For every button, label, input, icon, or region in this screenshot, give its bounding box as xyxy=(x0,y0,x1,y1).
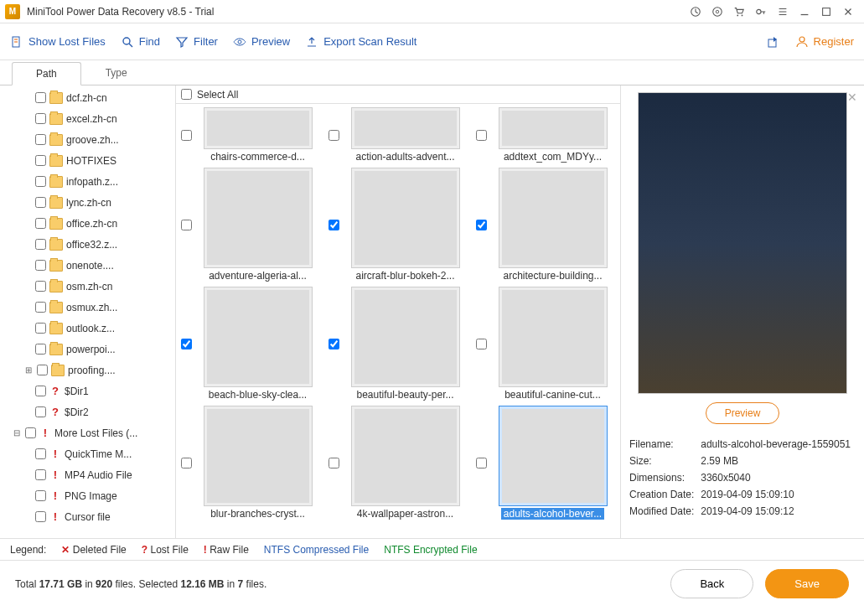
thumbnail-cell[interactable]: addtext_com_MDYy... xyxy=(476,107,615,163)
thumbnail-checkbox[interactable] xyxy=(476,339,487,349)
tree-checkbox[interactable] xyxy=(35,448,46,459)
tree-folder-item[interactable]: osm.zh-cn xyxy=(5,276,175,297)
thumbnail-image[interactable] xyxy=(499,406,608,506)
preview-button[interactable]: Preview xyxy=(233,35,290,49)
tree-checkbox[interactable] xyxy=(35,386,46,396)
tree-folder-item[interactable]: infopath.z... xyxy=(5,171,175,192)
tree-folder-item[interactable]: onenote.... xyxy=(5,255,175,276)
tree-rawtype-item[interactable]: !QuickTime M... xyxy=(5,443,175,464)
tree-folder-item[interactable]: lync.zh-cn xyxy=(5,192,175,213)
maximize-button[interactable] xyxy=(815,1,837,23)
thumbnail-cell[interactable]: beach-blue-sky-clea... xyxy=(181,287,320,401)
tree-checkbox[interactable] xyxy=(37,365,48,375)
thumbnail-image[interactable] xyxy=(204,287,313,387)
tree-folder-item[interactable]: osmux.zh... xyxy=(5,297,175,318)
thumbnail-image[interactable] xyxy=(499,168,608,268)
thumbnail-checkbox[interactable] xyxy=(329,130,339,141)
tree-checkbox[interactable] xyxy=(25,427,36,438)
thumbnail-cell[interactable]: beautiful-beauty-per... xyxy=(329,287,468,401)
thumbnail-cell[interactable]: chairs-commerce-d... xyxy=(181,107,320,163)
menu-icon[interactable] xyxy=(772,1,794,23)
tree-checkbox[interactable] xyxy=(35,92,46,103)
share-button[interactable] xyxy=(767,35,780,49)
tree-checkbox[interactable] xyxy=(35,511,46,522)
tree-checkbox[interactable] xyxy=(35,260,46,271)
back-button[interactable]: Back xyxy=(670,569,753,598)
tree-folder-item[interactable]: outlook.z... xyxy=(5,318,175,339)
key-icon[interactable] xyxy=(750,1,772,23)
thumbnail-cell[interactable]: action-adults-advent... xyxy=(329,107,468,163)
select-all-checkbox[interactable] xyxy=(181,89,192,100)
tree-checkbox[interactable] xyxy=(35,113,46,124)
tree-folder-item[interactable]: HOTFIXES xyxy=(5,150,175,171)
thumbnail-checkbox[interactable] xyxy=(476,458,487,468)
tab-path[interactable]: Path xyxy=(12,62,81,85)
thumbnail-checkbox[interactable] xyxy=(476,130,487,141)
thumbnail-checkbox[interactable] xyxy=(476,220,487,230)
thumbnail-cell[interactable]: adventure-algeria-al... xyxy=(181,168,320,282)
tree-folder-item[interactable]: excel.zh-cn xyxy=(5,108,175,129)
tree-checkbox[interactable] xyxy=(35,323,46,334)
support-icon[interactable] xyxy=(706,1,728,23)
thumbnail-checkbox[interactable] xyxy=(329,458,339,468)
thumbnail-image[interactable] xyxy=(204,107,313,149)
tree-checkbox[interactable] xyxy=(35,197,46,208)
thumbnail-image[interactable] xyxy=(499,287,608,387)
preview-action-button[interactable]: Preview xyxy=(706,402,780,424)
tree-checkbox[interactable] xyxy=(35,218,46,229)
tree-checkbox[interactable] xyxy=(35,469,46,480)
export-button[interactable]: Export Scan Result xyxy=(305,35,416,49)
tree-rawtype-item[interactable]: !Cursor file xyxy=(5,506,175,527)
thumbnail-image[interactable] xyxy=(351,168,460,268)
tree-more-lost[interactable]: ⊟!More Lost Files (... xyxy=(5,422,175,443)
tree-dir-item[interactable]: ?$Dir2 xyxy=(5,401,175,422)
thumbnail-image[interactable] xyxy=(351,107,460,149)
tree-checkbox[interactable] xyxy=(35,134,46,145)
tree-folder-item[interactable]: dcf.zh-cn xyxy=(5,87,175,108)
tree-checkbox[interactable] xyxy=(35,176,46,187)
thumbnail-cell[interactable]: adults-alcohol-bever... xyxy=(476,406,615,520)
thumbnail-scroll[interactable]: chairs-commerce-d... action-adults-adven… xyxy=(176,104,620,538)
tree-checkbox[interactable] xyxy=(35,239,46,250)
cart-icon[interactable] xyxy=(728,1,750,23)
find-button[interactable]: Find xyxy=(121,35,160,49)
thumbnail-image[interactable] xyxy=(351,287,460,387)
thumbnail-checkbox[interactable] xyxy=(181,220,192,230)
save-button[interactable]: Save xyxy=(765,569,849,598)
clock-icon[interactable] xyxy=(685,1,706,23)
tree-checkbox[interactable] xyxy=(35,281,46,292)
thumbnail-cell[interactable]: aircraft-blur-bokeh-2... xyxy=(329,168,468,282)
close-button[interactable] xyxy=(837,1,859,23)
thumbnail-checkbox[interactable] xyxy=(329,339,339,349)
thumbnail-checkbox[interactable] xyxy=(181,458,192,468)
register-button[interactable]: Register xyxy=(795,35,854,49)
close-preview-button[interactable]: ✕ xyxy=(847,91,857,104)
thumbnail-image[interactable] xyxy=(351,406,460,506)
tree-rawtype-item[interactable]: !MP4 Audio File xyxy=(5,464,175,485)
thumbnail-cell[interactable]: blur-branches-cryst... xyxy=(181,406,320,520)
tab-type[interactable]: Type xyxy=(81,61,152,85)
thumbnail-image[interactable] xyxy=(204,406,313,506)
folder-tree[interactable]: dcf.zh-cnexcel.zh-cngroove.zh...HOTFIXES… xyxy=(0,85,176,538)
tree-folder-item[interactable]: office.zh-cn xyxy=(5,213,175,234)
tree-folder-item[interactable]: groove.zh... xyxy=(5,129,175,150)
thumbnail-cell[interactable]: architecture-building... xyxy=(476,168,615,282)
tree-rawtype-item[interactable]: !PNG Image xyxy=(5,485,175,506)
tree-checkbox[interactable] xyxy=(35,344,46,355)
show-lost-files-button[interactable]: Show Lost Files xyxy=(10,35,106,49)
tree-folder-item[interactable]: ⊞proofing.... xyxy=(5,360,175,380)
tree-dir-item[interactable]: ?$Dir1 xyxy=(5,380,175,401)
select-all-row[interactable]: Select All xyxy=(176,85,620,104)
thumbnail-checkbox[interactable] xyxy=(329,220,339,230)
tree-checkbox[interactable] xyxy=(35,490,46,501)
tree-folder-item[interactable]: office32.z... xyxy=(5,234,175,255)
thumbnail-image[interactable] xyxy=(499,107,608,149)
tree-folder-item[interactable]: powerpoi... xyxy=(5,339,175,360)
thumbnail-image[interactable] xyxy=(204,168,313,268)
thumbnail-checkbox[interactable] xyxy=(181,130,192,141)
tree-checkbox[interactable] xyxy=(35,155,46,166)
thumbnail-cell[interactable]: 4k-wallpaper-astron... xyxy=(329,406,468,520)
minimize-button[interactable] xyxy=(794,1,815,23)
thumbnail-cell[interactable]: beautiful-canine-cut... xyxy=(476,287,615,401)
filter-button[interactable]: Filter xyxy=(175,35,218,49)
